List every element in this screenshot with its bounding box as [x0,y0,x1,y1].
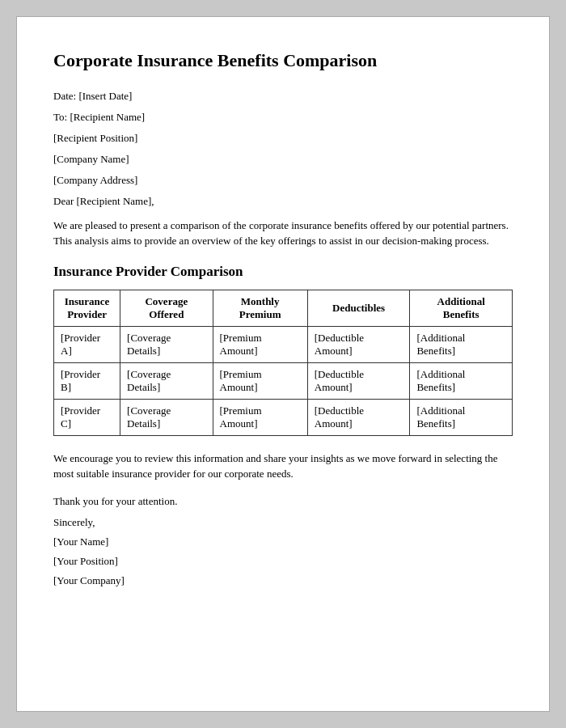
table-cell: [Provider C] [54,399,120,435]
salutation: Dear [Recipient Name], [53,195,513,208]
table-cell: [Premium Amount] [213,399,307,435]
document: Corporate Insurance Benefits Comparison … [16,16,550,712]
table-cell: [Premium Amount] [213,362,307,399]
your-name: [Your Name] [53,535,513,548]
table-cell: [Deductible Amount] [307,399,410,435]
table-cell: [Premium Amount] [213,326,307,362]
table-row: [Provider A][Coverage Details][Premium A… [54,326,513,362]
your-position: [Your Position] [53,555,513,568]
table-cell: [Provider A] [54,326,120,362]
table-cell: [Additional Benefits] [410,399,513,435]
closing-paragraph: We encourage you to review this informat… [53,451,513,482]
table-cell: [Additional Benefits] [410,362,513,399]
table-cell: [Deductible Amount] [307,326,410,362]
header-additional-benefits: AdditionalBenefits [410,290,513,326]
recipient-position: [Recipient Position] [53,131,513,146]
to-line: To: [Recipient Name] [53,110,513,125]
thank-you: Thank you for your attention. [53,495,513,508]
section-title: Insurance Provider Comparison [53,264,513,280]
header-premium: MonthlyPremium [213,290,307,326]
table-row: [Provider C][Coverage Details][Premium A… [54,399,513,435]
table-cell: [Provider B] [54,362,120,399]
intro-paragraph: We are pleased to present a comparison o… [53,218,513,249]
date-line: Date: [Insert Date] [53,89,513,104]
table-cell: [Coverage Details] [120,399,213,435]
table-row: [Provider B][Coverage Details][Premium A… [54,362,513,399]
header-provider: InsuranceProvider [54,290,120,326]
company-address: [Company Address] [53,173,513,188]
header-deductibles: Deductibles [307,290,410,326]
comparison-table: InsuranceProvider CoverageOffered Monthl… [53,290,513,436]
table-cell: [Coverage Details] [120,362,213,399]
table-cell: [Deductible Amount] [307,362,410,399]
your-company: [Your Company] [53,574,513,587]
company-name: [Company Name] [53,152,513,167]
sincerely: Sincerely, [53,516,513,529]
table-cell: [Coverage Details] [120,326,213,362]
header-coverage: CoverageOffered [120,290,213,326]
table-header-row: InsuranceProvider CoverageOffered Monthl… [54,290,513,326]
table-cell: [Additional Benefits] [410,326,513,362]
document-title: Corporate Insurance Benefits Comparison [53,49,513,73]
